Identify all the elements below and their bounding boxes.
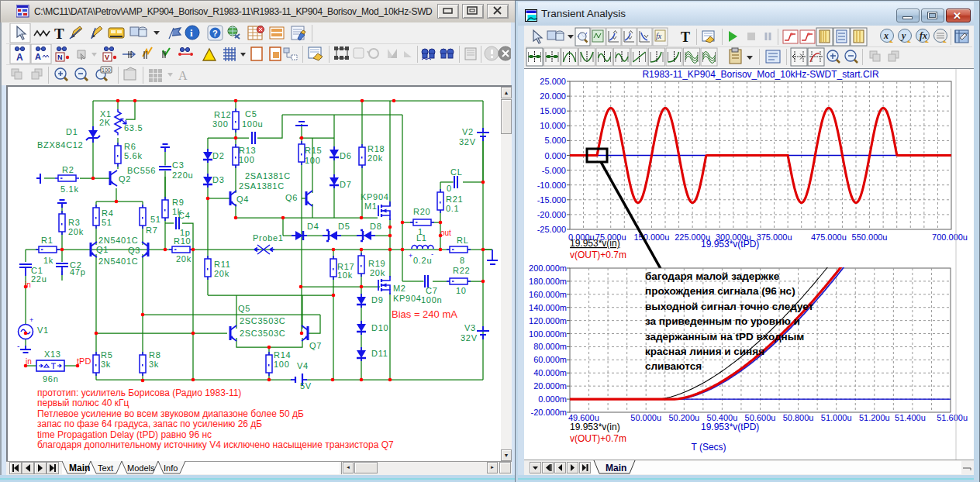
- svg-text:R11: R11: [214, 260, 230, 269]
- svg-text:запас по фазе 64 градуса, запа: запас по фазе 64 градуса, запас по усиле…: [37, 418, 262, 429]
- svg-text:50.800u: 50.800u: [783, 413, 814, 422]
- svg-text:2N5401C: 2N5401C: [98, 236, 138, 245]
- svg-text:1k: 1k: [43, 256, 53, 265]
- svg-text:0: 0: [447, 184, 452, 193]
- svg-text:D5: D5: [338, 222, 350, 231]
- svg-text:80.000m: 80.000m: [533, 342, 567, 351]
- svg-text:y: y: [900, 30, 906, 41]
- svg-text:Text: Text: [98, 463, 113, 473]
- svg-text:200.000m: 200.000m: [529, 263, 567, 273]
- svg-text:T (Secs): T (Secs): [691, 442, 726, 453]
- svg-text:Петлевое усиление во всем звук: Петлевое усиление во всем звуковом диапа…: [37, 408, 304, 419]
- svg-text:x: x: [883, 30, 889, 41]
- svg-text:out: out: [440, 229, 451, 237]
- svg-text:100: 100: [274, 360, 289, 369]
- svg-text:R7: R7: [146, 226, 157, 235]
- svg-text:100: 100: [305, 156, 320, 165]
- svg-text:3k: 3k: [149, 360, 159, 369]
- svg-text:0.1: 0.1: [446, 204, 459, 213]
- svg-text:160.000m: 160.000m: [529, 290, 567, 299]
- svg-text:Q2: Q2: [119, 174, 131, 184]
- svg-text:M1: M1: [364, 201, 378, 211]
- svg-text:D9: D9: [371, 295, 383, 305]
- svg-text:?: ?: [212, 29, 218, 38]
- svg-text:Q4: Q4: [236, 195, 249, 204]
- svg-text:Q7: Q7: [309, 341, 322, 350]
- svg-text:прохождения сигнала (96 нс): прохождения сигнала (96 нс): [645, 285, 795, 297]
- svg-text:8: 8: [460, 256, 465, 265]
- svg-text:R14: R14: [274, 350, 291, 360]
- svg-text:51.400u: 51.400u: [895, 413, 926, 422]
- svg-text:96n: 96n: [43, 374, 58, 384]
- svg-text:10k: 10k: [337, 270, 353, 280]
- svg-text:CL: CL: [450, 167, 462, 177]
- svg-text:выходной сигнал точно следует: выходной сигнал точно следует: [645, 301, 814, 312]
- svg-text:i: i: [190, 27, 193, 39]
- svg-text:100.000m: 100.000m: [529, 329, 567, 339]
- svg-text:V3: V3: [464, 323, 476, 332]
- svg-text:Q5: Q5: [238, 304, 250, 313]
- svg-text:R21: R21: [446, 195, 463, 204]
- svg-text:0.000m: 0.000m: [538, 394, 567, 404]
- svg-text:благодаря дополнительному исто: благодаря дополнительному источнику V4 и…: [37, 439, 394, 450]
- svg-text:51: 51: [102, 218, 112, 227]
- svg-text:10: 10: [456, 286, 467, 295]
- svg-text:in: in: [26, 357, 32, 366]
- svg-text:20k: 20k: [68, 227, 84, 236]
- svg-text:R1983-11_KP904_Borisov_Mod_10k: R1983-11_KP904_Borisov_Mod_10kHz-SWDT_st…: [642, 69, 879, 80]
- svg-text:за приведенным по уровню и: за приведенным по уровню и: [645, 315, 800, 327]
- svg-text:25.000: 25.000: [540, 77, 566, 86]
- svg-text:Q6: Q6: [285, 193, 298, 202]
- svg-text:R8: R8: [149, 350, 160, 360]
- svg-text:-: -: [17, 342, 19, 350]
- svg-text:v(OUT)+0.7m: v(OUT)+0.7m: [570, 250, 626, 260]
- svg-text:A: A: [178, 69, 188, 82]
- svg-text:-10.000: -10.000: [537, 181, 566, 190]
- svg-text:R4: R4: [102, 208, 113, 218]
- svg-text:сливаются: сливаются: [645, 360, 702, 372]
- svg-text:прототип: усилитель Борисова (: прототип: усилитель Борисова (Радио 1983…: [37, 387, 241, 398]
- svg-text:19.953*v(tPD): 19.953*v(tPD): [701, 239, 759, 250]
- svg-text:R13: R13: [239, 146, 256, 155]
- svg-text:C7: C7: [426, 286, 437, 295]
- svg-text:RL: RL: [457, 236, 468, 245]
- svg-text:первый полюс 40 кГц: первый полюс 40 кГц: [37, 398, 129, 408]
- svg-text:D8: D8: [370, 222, 381, 231]
- svg-text:-25.000: -25.000: [537, 225, 566, 234]
- svg-text:KP904: KP904: [361, 192, 389, 201]
- svg-text:fx: fx: [920, 30, 927, 41]
- svg-text:+: +: [409, 252, 412, 260]
- svg-text:700.000u: 700.000u: [932, 232, 968, 242]
- svg-text:T: T: [54, 26, 64, 42]
- svg-text:+: +: [29, 316, 33, 324]
- svg-text:100n: 100n: [421, 295, 442, 305]
- svg-text:19.953*v(in): 19.953*v(in): [570, 238, 620, 249]
- svg-text:20.000m: 20.000m: [533, 381, 567, 391]
- svg-text:R6: R6: [124, 142, 136, 151]
- svg-text:KP904: KP904: [393, 294, 422, 303]
- svg-text:R1: R1: [41, 236, 53, 245]
- svg-text:140.000m: 140.000m: [529, 303, 567, 312]
- svg-text:R15: R15: [305, 146, 322, 155]
- svg-text:Info: Info: [164, 463, 178, 473]
- svg-text:fx: fx: [656, 32, 662, 40]
- svg-text:Bias = 240 mA: Bias = 240 mA: [392, 308, 457, 320]
- svg-text:багодаря малой задержке: багодаря малой задержке: [645, 270, 780, 282]
- svg-text:2SC3503C: 2SC3503C: [240, 329, 285, 338]
- svg-text:2SA1381C: 2SA1381C: [245, 171, 291, 181]
- svg-text:Probe1: Probe1: [253, 233, 284, 243]
- svg-text:100u: 100u: [242, 119, 263, 129]
- svg-text:47p: 47p: [70, 267, 85, 277]
- svg-text:50.000u: 50.000u: [630, 413, 661, 422]
- svg-text:15.000: 15.000: [540, 106, 566, 115]
- svg-text:C4: C4: [178, 211, 190, 220]
- svg-text:50.200u: 50.200u: [668, 413, 699, 422]
- svg-text:D7: D7: [340, 180, 351, 189]
- svg-text:3k: 3k: [101, 360, 111, 369]
- svg-text:R3: R3: [68, 218, 80, 227]
- svg-text:51.600u: 51.600u: [937, 413, 968, 422]
- svg-text:32V: 32V: [459, 137, 476, 146]
- svg-text:Models: Models: [127, 463, 155, 473]
- svg-text:time Propagation Delay (tPD) р: time Propagation Delay (tPD) равно 96 нс: [37, 429, 212, 440]
- svg-text:R22: R22: [453, 266, 470, 275]
